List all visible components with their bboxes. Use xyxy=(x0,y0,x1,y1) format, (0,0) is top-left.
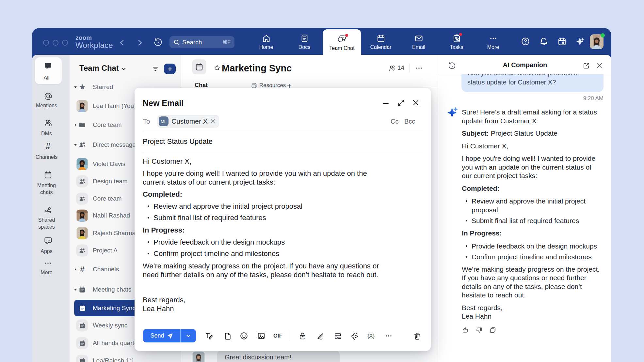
svg-text:E: E xyxy=(301,336,303,339)
